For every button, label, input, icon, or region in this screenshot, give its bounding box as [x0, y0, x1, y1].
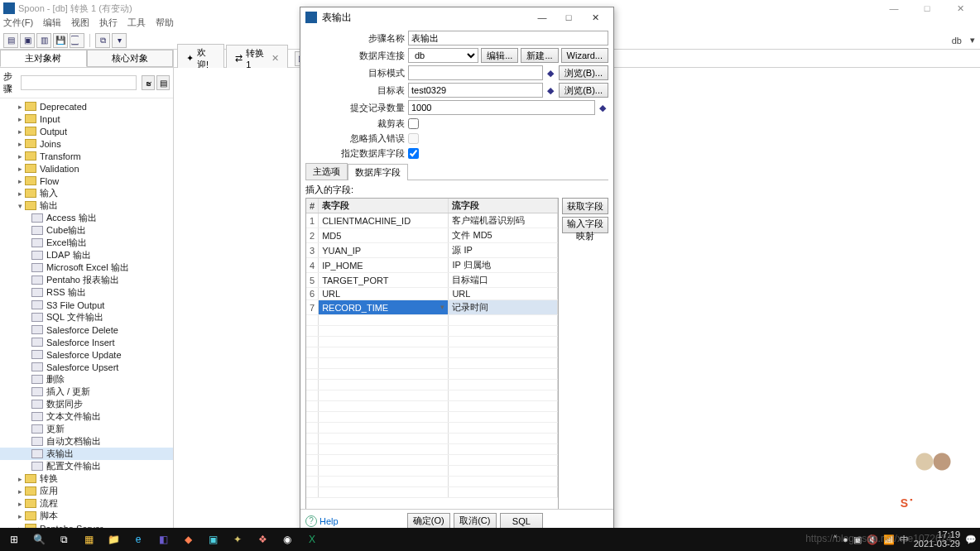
- table-row[interactable]: [306, 315, 558, 326]
- menu-view[interactable]: 视图: [71, 17, 89, 31]
- db-perspective-dropdown[interactable]: ▾: [968, 35, 977, 46]
- table-row[interactable]: [306, 444, 558, 455]
- variable-icon[interactable]: ◆: [597, 100, 608, 115]
- table-row[interactable]: [306, 369, 558, 380]
- col-stream-field[interactable]: 流字段: [449, 199, 558, 213]
- app-icon[interactable]: ◆: [177, 530, 199, 549]
- search-icon[interactable]: 🔍: [28, 530, 50, 549]
- table-row[interactable]: [306, 380, 558, 390]
- table-row[interactable]: [306, 466, 558, 477]
- connection-new-button[interactable]: 新建...: [521, 48, 558, 63]
- tree-output-cn[interactable]: ▾输出: [0, 199, 173, 212]
- dialog-titlebar[interactable]: 表输出 — □ ✕: [300, 7, 613, 27]
- dialog-close[interactable]: ✕: [582, 12, 608, 23]
- menu-help[interactable]: 帮助: [156, 17, 174, 31]
- tree-leaf[interactable]: Cube输出: [0, 224, 173, 237]
- table-row[interactable]: 6URLURL: [306, 288, 558, 300]
- tree-leaf[interactable]: Pentaho 报表输出: [0, 274, 173, 286]
- tree-leaf[interactable]: Microsoft Excel 输出: [0, 261, 173, 274]
- tab-core-objects[interactable]: 核心对象: [87, 50, 174, 67]
- excel-icon[interactable]: X: [301, 530, 323, 549]
- connection-wizard-button[interactable]: Wizard...: [561, 48, 608, 63]
- tree-leaf[interactable]: 文本文件输出: [0, 410, 173, 423]
- tree-output-en[interactable]: ▸Output: [0, 125, 173, 137]
- app-icon[interactable]: ❖: [252, 530, 273, 549]
- tree-app[interactable]: ▸应用: [0, 485, 173, 497]
- table-row[interactable]: 5TARGET_PORT目标端口: [306, 273, 558, 288]
- tree-leaf[interactable]: 插入 / 更新: [0, 386, 173, 398]
- table-row[interactable]: [306, 401, 558, 412]
- connection-select[interactable]: db: [408, 48, 478, 63]
- save-button[interactable]: 💾: [53, 33, 68, 48]
- truncate-checkbox[interactable]: [408, 118, 419, 129]
- taskview-icon[interactable]: ⧉: [53, 530, 74, 549]
- step-search-input[interactable]: [21, 75, 137, 90]
- db-perspective-label[interactable]: db: [952, 36, 967, 46]
- app-icon[interactable]: ▣: [202, 530, 223, 549]
- menu-run[interactable]: 执行: [99, 17, 118, 31]
- saveas-button[interactable]: ꙱: [70, 33, 84, 48]
- table-row[interactable]: [306, 390, 558, 401]
- table-row[interactable]: [306, 487, 558, 498]
- table-row[interactable]: 4IP_HOMEIP 归属地: [306, 258, 558, 273]
- explore-button[interactable]: ▥: [36, 33, 51, 48]
- table-input[interactable]: [408, 83, 543, 98]
- get-fields-button[interactable]: 获取字段: [562, 198, 608, 214]
- cancel-button[interactable]: 取消(C): [454, 513, 497, 529]
- open-button[interactable]: ▣: [20, 33, 35, 48]
- table-row[interactable]: [306, 347, 558, 358]
- maximize-button[interactable]: □: [910, 3, 944, 13]
- table-row[interactable]: [306, 455, 558, 466]
- start-button[interactable]: ⊞: [3, 530, 25, 549]
- tree-validation[interactable]: ▸Validation: [0, 162, 173, 175]
- tree-leaf[interactable]: Salesforce Insert: [0, 336, 173, 348]
- tree-leaf[interactable]: S3 File Output: [0, 299, 173, 311]
- tree-flow-cn[interactable]: ▸流程: [0, 497, 173, 510]
- fields-grid[interactable]: # 表字段 流字段 1CLIENTMACHINE_ID客户端机器识别码 2MD5…: [305, 198, 559, 509]
- tree-leaf[interactable]: Salesforce Update: [0, 348, 173, 361]
- file-explorer-icon[interactable]: 📁: [103, 530, 124, 549]
- table-row[interactable]: [306, 434, 558, 444]
- table-row[interactable]: [306, 423, 558, 434]
- table-browse-button[interactable]: 浏览(B)...: [559, 83, 608, 98]
- tree-leaf-tableoutput[interactable]: 表输出: [0, 448, 173, 460]
- menu-edit[interactable]: 编辑: [43, 17, 61, 31]
- tree-deprecated[interactable]: ▸Deprecated: [0, 100, 173, 113]
- connection-edit-button[interactable]: 编辑...: [481, 48, 518, 63]
- step-name-input[interactable]: [408, 31, 608, 46]
- chrome-icon[interactable]: ◉: [276, 530, 298, 549]
- tree-leaf[interactable]: SQL 文件输出: [0, 311, 173, 323]
- edge-icon[interactable]: e: [127, 530, 149, 549]
- table-row[interactable]: 2MD5文件 MD5: [306, 228, 558, 243]
- tree-leaf[interactable]: 更新: [0, 423, 173, 435]
- tree-leaf[interactable]: LDAP 输出: [0, 249, 173, 261]
- tree-flow[interactable]: ▸Flow: [0, 175, 173, 187]
- variable-icon[interactable]: ◆: [545, 83, 556, 98]
- tree-leaf[interactable]: Excel输出: [0, 237, 173, 249]
- search-clear-btn[interactable]: ຮ: [142, 75, 155, 90]
- tree-script[interactable]: ▸脚本: [0, 510, 173, 522]
- tree-leaf[interactable]: Salesforce Upsert: [0, 361, 173, 373]
- enter-mapping-button[interactable]: 输入字段映射: [562, 217, 608, 233]
- table-row[interactable]: [306, 326, 558, 337]
- expand-all-btn[interactable]: ▤: [156, 75, 170, 90]
- tree-joins[interactable]: ▸Joins: [0, 137, 173, 150]
- commit-input[interactable]: [408, 100, 595, 115]
- minimize-button[interactable]: —: [877, 3, 910, 13]
- app-icon[interactable]: ▦: [78, 530, 99, 549]
- table-row[interactable]: 1CLIENTMACHINE_ID客户端机器识别码: [306, 213, 558, 228]
- dropdown-icon[interactable]: ▾: [440, 303, 444, 311]
- col-table-field[interactable]: 表字段: [319, 199, 449, 213]
- ok-button[interactable]: 确定(O): [407, 513, 450, 529]
- table-row[interactable]: 3YUAN_IP源 IP: [306, 243, 558, 258]
- tree-transform-cn[interactable]: ▸转换: [0, 472, 173, 485]
- close-tab-icon[interactable]: ✕: [271, 53, 279, 64]
- sql-button[interactable]: SQL: [500, 513, 543, 529]
- tab-main-tree[interactable]: 主对象树: [0, 50, 87, 67]
- variable-icon[interactable]: ◆: [545, 65, 556, 80]
- tree-leaf[interactable]: 配置文件输出: [0, 460, 173, 472]
- tree-leaf[interactable]: 数据同步: [0, 398, 173, 410]
- schema-input[interactable]: [408, 65, 543, 80]
- perspective-dd[interactable]: ▾: [112, 33, 127, 48]
- specify-fields-checkbox[interactable]: [408, 148, 419, 159]
